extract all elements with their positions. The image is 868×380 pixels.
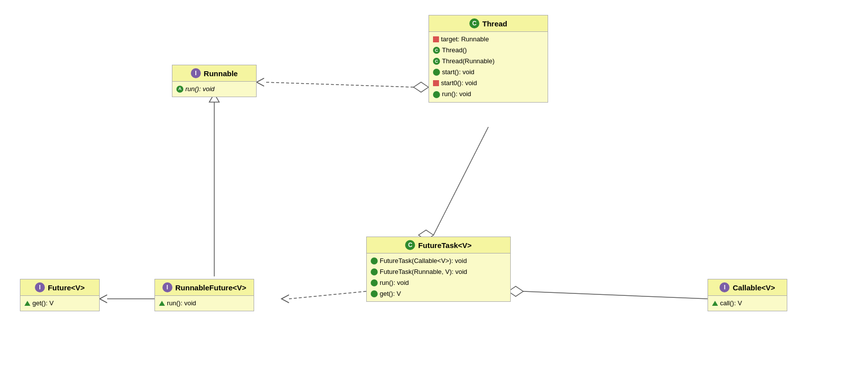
abstract-method-icon bbox=[24, 301, 30, 306]
abstract-method-icon bbox=[159, 301, 165, 306]
callable-class: I Callable<V> call(): V bbox=[708, 279, 787, 311]
runnable-class: I Runnable A run(): void bbox=[172, 65, 257, 97]
runnablefuture-method-run: run(): void bbox=[159, 298, 250, 309]
runnable-header: I Runnable bbox=[172, 65, 256, 82]
constructor-icon: C bbox=[433, 58, 440, 65]
runnable-type-icon: I bbox=[191, 68, 201, 78]
futuretask-header: C FutureTask<V> bbox=[367, 237, 510, 253]
runnablefuture-body: run(): void bbox=[155, 296, 254, 311]
future-method-get: get(): V bbox=[24, 298, 95, 309]
futuretask-class-name: FutureTask<V> bbox=[418, 241, 471, 250]
future-body: get(): V bbox=[20, 296, 99, 311]
thread-header: C Thread bbox=[429, 15, 548, 32]
public-method-icon bbox=[433, 91, 440, 98]
svg-marker-3 bbox=[414, 82, 429, 92]
futuretask-type-icon: C bbox=[405, 240, 415, 250]
uml-diagram: C Thread target: Runnable C Thread() C T… bbox=[0, 0, 868, 380]
runnablefuture-class-name: RunnableFuture<V> bbox=[175, 283, 247, 292]
futuretask-method-c1: FutureTask(Callable<V>): void bbox=[371, 255, 506, 266]
public-method-icon bbox=[371, 257, 378, 264]
runnable-class-name: Runnable bbox=[204, 69, 238, 78]
public-method-icon bbox=[371, 279, 378, 286]
thread-body: target: Runnable C Thread() C Thread(Run… bbox=[429, 32, 548, 102]
futuretask-method-run: run(): void bbox=[371, 277, 506, 288]
public-method-icon bbox=[433, 69, 440, 76]
thread-method-constructor1: C Thread() bbox=[433, 45, 544, 56]
abstract-method-icon: A bbox=[176, 86, 183, 93]
runnablefuture-header: I RunnableFuture<V> bbox=[155, 279, 254, 296]
svg-line-9 bbox=[289, 291, 366, 299]
runnablefuture-class: I RunnableFuture<V> run(): void bbox=[154, 279, 254, 311]
futuretask-method-c2: FutureTask(Runnable, V): void bbox=[371, 266, 506, 277]
callable-class-name: Callable<V> bbox=[732, 283, 775, 292]
public-method-icon bbox=[371, 290, 378, 297]
future-class-name: Future<V> bbox=[48, 283, 85, 292]
callable-method-call: call(): V bbox=[712, 298, 783, 309]
thread-class-name: Thread bbox=[482, 19, 507, 28]
thread-method-start: start(): void bbox=[433, 67, 544, 78]
runnable-body: A run(): void bbox=[172, 82, 256, 97]
thread-method-start0: start0(): void bbox=[433, 78, 544, 89]
thread-type-icon: C bbox=[469, 18, 479, 28]
svg-line-7 bbox=[434, 127, 488, 235]
public-method-icon bbox=[371, 268, 378, 275]
constructor-icon: C bbox=[433, 47, 440, 54]
future-type-icon: I bbox=[35, 282, 45, 292]
runnablefuture-type-icon: I bbox=[162, 282, 172, 292]
future-class: I Future<V> get(): V bbox=[20, 279, 100, 311]
svg-line-4 bbox=[264, 82, 414, 87]
thread-class: C Thread target: Runnable C Thread() C T… bbox=[429, 15, 548, 103]
futuretask-class: C FutureTask<V> FutureTask(Callable<V>):… bbox=[366, 237, 511, 302]
futuretask-method-get: get(): V bbox=[371, 288, 506, 299]
private-field-icon bbox=[433, 36, 439, 42]
thread-method-constructor2: C Thread(Runnable) bbox=[433, 56, 544, 67]
callable-header: I Callable<V> bbox=[708, 279, 787, 296]
private-method-icon bbox=[433, 80, 439, 86]
runnable-method-run: A run(): void bbox=[176, 84, 252, 95]
svg-line-12 bbox=[523, 291, 708, 299]
callable-type-icon: I bbox=[720, 282, 729, 292]
thread-field-target: target: Runnable bbox=[433, 34, 544, 45]
abstract-method-icon bbox=[712, 301, 718, 306]
thread-method-run: run(): void bbox=[433, 89, 544, 100]
futuretask-body: FutureTask(Callable<V>): void FutureTask… bbox=[367, 253, 510, 301]
future-header: I Future<V> bbox=[20, 279, 99, 296]
callable-body: call(): V bbox=[708, 296, 787, 311]
